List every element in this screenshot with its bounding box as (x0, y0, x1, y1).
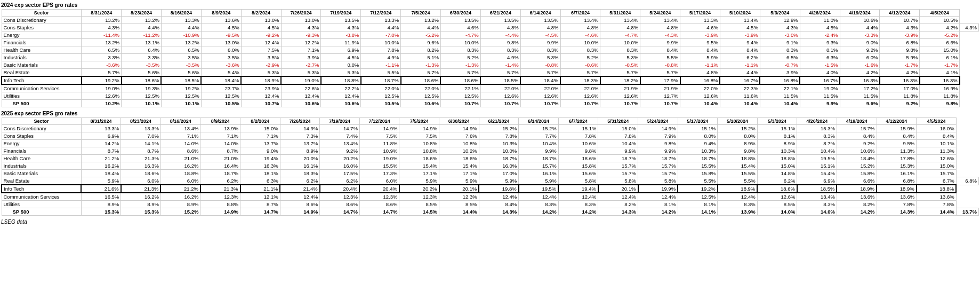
data-cell: 4.6% (680, 24, 720, 32)
data-cell: 6.1% (920, 54, 960, 61)
data-cell: 7.8% (361, 46, 401, 54)
data-cell: 11.8% (359, 140, 399, 147)
data-cell: 7.4% (320, 132, 360, 140)
data-cell: 10.3% (479, 140, 519, 147)
data-cell: 8.9% (718, 140, 758, 147)
data-cell: 19.2% (161, 84, 201, 92)
data-cell: 15.7% (598, 162, 638, 170)
data-cell: 17.2% (840, 84, 880, 92)
data-cell: 9.6% (840, 100, 880, 107)
data-cell: 16.3% (240, 162, 280, 170)
data-cell: -3.9% (880, 32, 920, 39)
data-cell: 22.1% (760, 84, 800, 92)
data-cell: 10.6% (321, 100, 361, 107)
data-cell: 8.5% (399, 201, 439, 208)
data-cell: 9.1% (760, 39, 800, 46)
sector-column-header: Sector (2, 118, 81, 125)
data-cell: 5.9% (479, 177, 519, 185)
data-cell: 15.4% (797, 170, 837, 177)
data-cell: 10.7% (880, 17, 920, 24)
data-cell: 11.5% (800, 92, 840, 100)
data-cell: 15.1% (558, 125, 598, 132)
data-cell: 13.6% (877, 193, 917, 201)
data-cell: 19.0% (82, 84, 122, 92)
data-cell: 7.8% (479, 132, 519, 140)
data-cell: 13.2% (82, 39, 122, 46)
data-cell: 3.9% (760, 69, 800, 77)
data-cell: 19.5% (797, 155, 837, 162)
data-cell: -9.2% (241, 32, 281, 39)
data-cell: 8.5% (439, 201, 479, 208)
date-header-12: 6/14/2024 (519, 118, 559, 125)
data-cell: 5.5% (718, 177, 758, 185)
data-cell: 18.9% (241, 76, 281, 84)
data-cell: 9.2% (840, 46, 880, 54)
data-cell: 13.4% (720, 17, 760, 24)
data-cell: 4.8% (480, 24, 520, 32)
data-cell: 5.7% (440, 69, 480, 77)
data-cell: 8.3% (797, 132, 837, 140)
data-cell: 16.7% (800, 76, 840, 84)
sector-cell: Communication Services (2, 193, 81, 201)
data-cell: 17.8% (877, 155, 917, 162)
sector-cell: Real Estate (2, 69, 82, 77)
data-cell: 12.5% (440, 92, 480, 100)
data-cell: 18.3% (280, 170, 320, 177)
data-cell: 12.3% (320, 193, 360, 201)
data-cell: 22.0% (401, 84, 441, 92)
data-cell: 6.9% (321, 46, 361, 54)
table-title-0: 2024 exp sector EPS gro rates (1, 2, 979, 8)
data-cell: 14.2% (638, 208, 678, 216)
sector-cell: Utilities (2, 92, 82, 100)
data-cell: 15.0% (757, 162, 797, 170)
data-cell: 10.5% (201, 100, 241, 107)
data-cell: 10.6% (837, 147, 877, 155)
data-cell: 11.5% (840, 92, 880, 100)
data-cell: 11.0% (800, 17, 840, 24)
data-cell: 8.3% (519, 201, 559, 208)
data-cell: -3.6% (201, 61, 241, 69)
data-cell: -9.3% (281, 32, 321, 39)
data-cell: 5.9% (880, 54, 920, 61)
data-cell: 14.0% (160, 140, 200, 147)
data-cell: 18.3% (560, 76, 600, 84)
data-cell: 15.5% (718, 170, 758, 177)
data-cell: -2.7% (281, 61, 321, 69)
data-cell: 4.4% (161, 24, 201, 32)
data-cell: 18.8% (757, 155, 797, 162)
data-cell: 6.9% (797, 177, 837, 185)
data-cell: 15.0% (917, 162, 957, 170)
data-cell: 5.9% (439, 177, 479, 185)
data-cell: 20.0% (280, 155, 320, 162)
data-cell: 4.8% (680, 69, 720, 77)
data-cell: 14.2% (837, 208, 877, 216)
data-cell: 14.9% (280, 208, 320, 216)
sector-cell: Utilities (2, 201, 81, 208)
data-cell: 4.4% (361, 24, 401, 32)
date-header-1: 8/31/2024 (82, 10, 122, 17)
data-cell: 6.0% (121, 177, 161, 185)
sector-column-header: Sector (2, 10, 82, 17)
data-cell: 6.5% (82, 46, 122, 54)
data-cell: 15.7% (917, 170, 957, 177)
data-cell: 11.8% (880, 92, 920, 100)
data-cell: 13.5% (321, 17, 361, 24)
data-cell: -4.6% (560, 32, 600, 39)
table-row: Health Care6.5%6.4%6.5%6.0%7.5%7.1%6.9%7… (2, 46, 979, 54)
data-cell: -2.4% (800, 32, 840, 39)
data-cell: 14.7% (359, 208, 399, 216)
data-cell: 12.6% (917, 155, 957, 162)
data-cell: 21.4% (280, 185, 320, 193)
data-cell: 0.0% (321, 61, 361, 69)
data-cell: 6.6% (920, 39, 960, 46)
data-cell: 4.5% (201, 24, 241, 32)
date-header-5: 8/2/2024 (240, 118, 280, 125)
data-cell: 7.1% (240, 132, 280, 140)
data-cell: 12.6% (480, 92, 520, 100)
data-cell: 18.9% (837, 185, 877, 193)
data-cell: 10.9% (359, 147, 399, 155)
data-cell: 10.0% (361, 39, 401, 46)
data-cell: 21.9% (640, 84, 680, 92)
data-cell: 13.4% (160, 125, 200, 132)
data-cell: 5.9% (519, 177, 559, 185)
